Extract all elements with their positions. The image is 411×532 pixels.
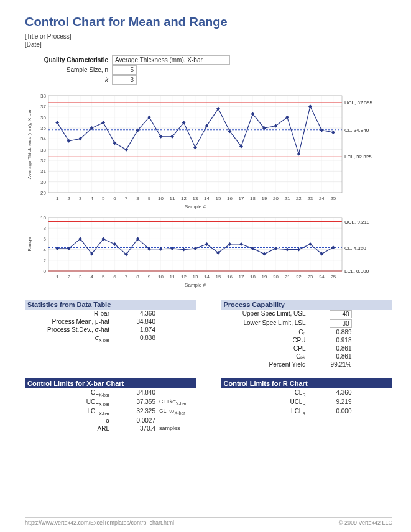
svg-text:Sample #: Sample # — [185, 282, 206, 288]
cl-r-header: Control Limits for R Chart — [221, 378, 393, 388]
svg-text:19: 19 — [261, 196, 267, 201]
psd-label: Process St.Dev., σ-hat — [25, 326, 118, 333]
svg-text:CL, 34.840: CL, 34.840 — [344, 127, 369, 133]
svg-text:36: 36 — [40, 115, 46, 121]
svg-text:4: 4 — [90, 274, 93, 280]
clx-cl-value: 34.840 — [118, 389, 155, 397]
rbar-value: 4.360 — [118, 310, 155, 317]
svg-text:7: 7 — [125, 196, 128, 201]
svg-text:UCL, 37.355: UCL, 37.355 — [344, 100, 372, 106]
svg-text:6: 6 — [113, 274, 116, 280]
svg-text:6: 6 — [113, 196, 116, 201]
clx-alpha-label: α — [25, 417, 118, 424]
cp-label: Cₚ — [221, 329, 315, 336]
svg-text:33: 33 — [40, 147, 46, 153]
svg-text:31: 31 — [40, 168, 46, 174]
subtitle-process: [Title or Process] — [25, 33, 392, 40]
svg-text:Range: Range — [27, 237, 32, 252]
footer-url: https://www.vertex42.com/ExcelTemplates/… — [25, 520, 174, 526]
py-value: 99.21% — [315, 361, 352, 368]
svg-text:17: 17 — [238, 274, 244, 280]
clx-lcl-value: 32.325 — [118, 408, 155, 416]
svg-text:Sample #: Sample # — [185, 204, 206, 209]
svg-text:Average Thickness (mm), X-bar: Average Thickness (mm), X-bar — [27, 109, 32, 179]
clx-arl-extra: samples — [155, 425, 180, 432]
clx-lcl-label: LCLX-bar — [25, 408, 118, 416]
clr-ucl-label: UCLR — [221, 398, 315, 406]
qc-value[interactable]: Average Thickness (mm), X-bar — [112, 55, 230, 65]
svg-text:10: 10 — [40, 215, 46, 221]
svg-text:22: 22 — [296, 274, 302, 280]
clx-ucl-value: 37.355 — [118, 398, 155, 406]
svg-text:3: 3 — [79, 274, 82, 280]
footer-copyright: © 2009 Vertex42 LLC — [339, 520, 392, 526]
svg-text:29: 29 — [40, 190, 46, 196]
pmean-label: Process Mean, μ-hat — [25, 318, 118, 325]
clx-lcl-extra: CL-kσX-bar — [155, 408, 185, 416]
svg-text:24: 24 — [319, 196, 325, 201]
xbar-chart: 2930313233343536373812345678910111213141… — [25, 92, 392, 210]
clx-arl-value: 370.4 — [118, 425, 155, 432]
svg-text:13: 13 — [193, 196, 198, 201]
svg-text:35: 35 — [40, 126, 46, 131]
k-value[interactable]: 3 — [112, 75, 137, 85]
svg-text:7: 7 — [125, 274, 128, 280]
svg-text:15: 15 — [216, 196, 221, 201]
svg-text:24: 24 — [319, 274, 325, 280]
svg-text:CL, 4.360: CL, 4.360 — [344, 245, 366, 251]
svg-text:20: 20 — [273, 196, 279, 201]
svg-text:1: 1 — [56, 274, 59, 280]
lsl-value[interactable]: 30 — [315, 319, 352, 328]
cp-value: 0.889 — [315, 329, 352, 336]
k-label: k — [25, 76, 112, 83]
clr-ucl-value: 9.219 — [315, 398, 352, 406]
cpk-value: 0.861 — [315, 353, 352, 360]
svg-text:25: 25 — [330, 196, 336, 201]
svg-text:2: 2 — [67, 196, 70, 201]
clx-cl-label: CLX-bar — [25, 389, 118, 397]
svg-text:25: 25 — [330, 274, 336, 280]
clx-ucl-extra: CL+kσX-bar — [155, 398, 187, 406]
lsl-label: Lower Spec Limit, LSL — [221, 319, 315, 328]
svg-text:18: 18 — [250, 274, 256, 280]
page-title: Control Chart for Mean and Range — [25, 15, 392, 29]
clr-cl-label: CLR — [221, 389, 315, 397]
psd-value: 1.874 — [118, 326, 155, 333]
svg-text:8: 8 — [136, 274, 139, 280]
svg-text:16: 16 — [227, 274, 233, 280]
svg-text:10: 10 — [158, 196, 164, 201]
svg-text:32: 32 — [40, 158, 46, 163]
svg-text:8: 8 — [136, 196, 139, 201]
svg-text:30: 30 — [40, 180, 46, 185]
svg-text:18: 18 — [250, 196, 256, 201]
clr-lcl-label: LCLR — [221, 408, 315, 416]
svg-text:8: 8 — [44, 226, 47, 231]
cpl-value: 0.861 — [315, 345, 352, 352]
subtitle-date: [Date] — [25, 41, 392, 48]
svg-text:5: 5 — [102, 196, 105, 201]
svg-text:UCL, 9.219: UCL, 9.219 — [344, 219, 370, 225]
svg-text:22: 22 — [296, 196, 302, 201]
cpk-label: Cₚₖ — [221, 353, 315, 360]
svg-text:LCL, 0.000: LCL, 0.000 — [344, 268, 369, 274]
svg-text:6: 6 — [44, 236, 47, 242]
sample-size-label: Sample Size, n — [25, 66, 112, 73]
svg-text:20: 20 — [273, 274, 279, 280]
svg-text:14: 14 — [204, 196, 210, 201]
svg-text:12: 12 — [181, 274, 187, 280]
py-label: Percent Yield — [221, 361, 315, 368]
svg-text:3: 3 — [79, 196, 82, 201]
cpl-label: CPL — [221, 345, 315, 352]
cl-xbar-header: Control Limits for X-bar Chart — [25, 378, 196, 388]
stats-header: Statistics from Data Table — [25, 300, 196, 310]
svg-text:11: 11 — [170, 196, 175, 201]
usl-label: Upper Spec Limit, USL — [221, 310, 315, 318]
svg-text:37: 37 — [40, 104, 46, 109]
svg-text:11: 11 — [170, 274, 175, 280]
svg-text:4: 4 — [44, 247, 47, 253]
sample-size-value[interactable]: 5 — [112, 65, 137, 75]
usl-value[interactable]: 40 — [315, 310, 352, 318]
svg-text:LCL, 32.325: LCL, 32.325 — [344, 154, 372, 160]
svg-text:12: 12 — [181, 196, 187, 201]
clx-arl-label: ARL — [25, 425, 118, 432]
